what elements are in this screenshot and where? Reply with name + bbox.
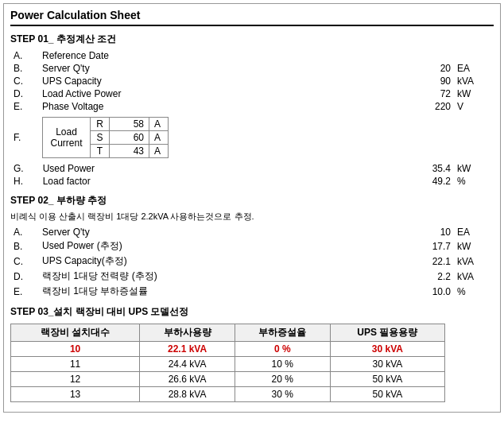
load-current-table: LoadCurrent R 58 A S 60 A T: [42, 117, 169, 158]
phase-r-label: R: [91, 118, 110, 131]
row-value: 2.2: [406, 269, 454, 284]
step3-rate: 20 %: [235, 372, 330, 387]
row-unit: %: [454, 175, 494, 188]
step2-row: A. Server Q'ty 10 EA: [10, 226, 494, 238]
step3-col-header: 부하증설율: [235, 324, 330, 342]
row-label: A.: [10, 49, 26, 62]
step3-qty: 11: [11, 357, 140, 372]
step3-row: 1124.4 kVA10 %30 kVA: [11, 357, 445, 372]
row-value: 49.2: [406, 175, 454, 188]
row-value: 10: [406, 226, 454, 238]
phase-s-label: S: [91, 131, 110, 145]
row-label: E.: [10, 100, 26, 113]
row-value: 220: [406, 100, 454, 113]
row-label: D.: [10, 269, 26, 284]
row-unit: [454, 49, 494, 62]
row-value: 22.1: [406, 254, 454, 269]
phase-s-value: 60: [110, 131, 149, 145]
step3-row: 1022.1 kVA0 %30 kVA: [11, 342, 445, 357]
row-desc: Server Q'ty: [26, 62, 406, 75]
sheet-title: Power Calculation Sheet: [10, 9, 494, 26]
step3-row: 1328.8 kVA30 %50 kVA: [11, 387, 445, 402]
row-label: H.: [10, 175, 27, 188]
row-desc: UPS Capacity(추정): [26, 254, 406, 269]
step2-note: 비례식 이용 산출시 랙장비 1대당 2.2kVA 사용하는것으로 추정.: [10, 211, 494, 223]
row-desc: Load factor: [27, 175, 406, 188]
row-unit: kW: [454, 238, 494, 254]
row-label: A.: [10, 226, 26, 238]
row-unit: kW: [454, 87, 494, 100]
step3-usage: 28.8 kVA: [140, 387, 235, 402]
row-unit: EA: [454, 62, 494, 75]
step3-table: 랙장비 설치대수부하사용량부하증설율UPS 필용용량 1022.1 kVA0 %…: [10, 324, 445, 402]
row-unit: V: [454, 100, 494, 113]
step1-row: E. Phase Voltage 220 V: [10, 100, 494, 113]
step2-header: STEP 02_ 부하량 추정: [10, 194, 494, 207]
step1-table: A. Reference Date B. Server Q'ty 20 EA C…: [10, 49, 494, 113]
step1-gh-table: G. Used Power 35.4 kW H. Load factor 49.…: [10, 162, 494, 188]
row-label: B.: [10, 238, 26, 254]
step3-rate: 0 %: [235, 342, 330, 357]
step1-row: C. UPS Capacity 90 kVA: [10, 75, 494, 87]
row-desc: Reference Date: [26, 49, 406, 62]
row-desc: UPS Capacity: [26, 75, 406, 87]
phase-s-unit: A: [149, 131, 169, 145]
row-desc: Phase Voltage: [26, 100, 406, 113]
step1-load-current-row: F. LoadCurrent R 58 A S 60: [10, 116, 494, 159]
step2-table: A. Server Q'ty 10 EA B. Used Power (추정) …: [10, 226, 494, 299]
row-label: E.: [10, 284, 26, 299]
row-value: 17.7: [406, 238, 454, 254]
step3-usage: 26.6 kVA: [140, 372, 235, 387]
step3-ups: 30 kVA: [330, 342, 445, 357]
row-desc: Load Active Power: [26, 87, 406, 100]
power-calc-sheet: Power Calculation Sheet STEP 01_ 추정계산 조건…: [3, 3, 501, 413]
row-label: B.: [10, 62, 26, 75]
step3-ups: 50 kVA: [330, 387, 445, 402]
phase-r-unit: A: [149, 118, 169, 131]
row-unit: EA: [454, 226, 494, 238]
row-unit: %: [454, 284, 494, 299]
step3-rate: 10 %: [235, 357, 330, 372]
row-value: 35.4: [406, 162, 454, 175]
row-desc: Used Power (추정): [26, 238, 406, 254]
phase-t-label: T: [91, 145, 110, 158]
phase-r-value: 58: [110, 118, 149, 131]
row-value: 90: [406, 75, 454, 87]
step3-col-header: UPS 필용용량: [330, 324, 445, 342]
phase-t-value: 43: [110, 145, 149, 158]
step1-row: B. Server Q'ty 20 EA: [10, 62, 494, 75]
row-value: 10.0: [406, 284, 454, 299]
row-desc: 랙장비 1대당 부하증설률: [26, 284, 406, 299]
step3-qty: 12: [11, 372, 140, 387]
step1-header: STEP 01_ 추정계산 조건: [10, 33, 494, 46]
row-unit: kW: [454, 162, 494, 175]
step3-ups: 30 kVA: [330, 357, 445, 372]
row-label: C.: [10, 254, 26, 269]
row-desc: Used Power: [27, 162, 406, 175]
step3-ups: 50 kVA: [330, 372, 445, 387]
row-label: G.: [10, 162, 27, 175]
step3-rate: 30 %: [235, 387, 330, 402]
step1-row: D. Load Active Power 72 kW: [10, 87, 494, 100]
step2-row: D. 랙장비 1대당 전력량 (추정) 2.2 kVA: [10, 269, 494, 284]
row-unit: kVA: [454, 75, 494, 87]
step3-qty: 10: [11, 342, 140, 357]
row-label: C.: [10, 75, 26, 87]
step2-row: E. 랙장비 1대당 부하증설률 10.0 %: [10, 284, 494, 299]
step3-usage: 22.1 kVA: [140, 342, 235, 357]
step2-row: C. UPS Capacity(추정) 22.1 kVA: [10, 254, 494, 269]
phase-t-unit: A: [149, 145, 169, 158]
load-current-label-f: F.: [10, 116, 26, 159]
step1-row: A. Reference Date: [10, 49, 494, 62]
step2-row: B. Used Power (추정) 17.7 kW: [10, 238, 494, 254]
row-value: 72: [406, 87, 454, 100]
row-value: 20: [406, 62, 454, 75]
step3-qty: 13: [11, 387, 140, 402]
row-desc: Server Q'ty: [26, 226, 406, 238]
row-value: [406, 49, 454, 62]
step1-gh-row: H. Load factor 49.2 %: [10, 175, 494, 188]
row-unit: kVA: [454, 269, 494, 284]
step3-header: STEP 03_설치 랙장비 대비 UPS 모델선정: [10, 305, 494, 319]
step3-col-header: 부하사용량: [140, 324, 235, 342]
step3-col-header: 랙장비 설치대수: [11, 324, 140, 342]
